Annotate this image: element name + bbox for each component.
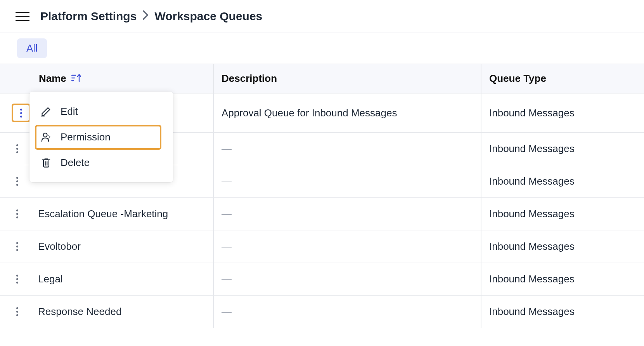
queue-description: Approval Queue for Inbound Messages [213, 93, 481, 133]
queue-description: — [213, 263, 481, 296]
queue-description: — [213, 133, 481, 165]
queue-name[interactable]: Evoltobor [38, 240, 81, 253]
row-actions-button[interactable] [12, 274, 23, 285]
queue-type: Inbound Messages [481, 198, 644, 230]
hamburger-menu-icon[interactable] [16, 9, 29, 23]
row-context-menu: Edit Permission Delete [29, 92, 173, 182]
trash-icon [40, 156, 53, 169]
column-header-name[interactable]: Name [0, 64, 213, 93]
queue-type: Inbound Messages [481, 296, 644, 328]
row-actions-highlight [12, 104, 30, 122]
queue-name[interactable]: Response Needed [38, 306, 121, 318]
queue-name[interactable]: Escalation Queue -Marketing [38, 208, 168, 220]
queue-type: Inbound Messages [481, 165, 644, 198]
menu-item-label: Delete [61, 157, 90, 169]
row-actions-button[interactable] [12, 144, 23, 154]
row-actions-button[interactable] [12, 241, 23, 252]
chevron-right-icon [142, 10, 149, 23]
queue-type: Inbound Messages [481, 133, 644, 165]
queue-type: Inbound Messages [481, 230, 644, 263]
breadcrumb: Platform Settings Workspace Queues [40, 10, 262, 23]
row-actions-button[interactable] [12, 176, 23, 187]
queue-description: — [213, 165, 481, 198]
user-icon [40, 130, 53, 144]
menu-item-label: Permission [61, 131, 111, 143]
column-header-description[interactable]: Description [213, 64, 481, 93]
menu-item-label: Edit [61, 106, 78, 118]
row-actions-button[interactable] [16, 107, 26, 118]
table-row: Legal — Inbound Messages [0, 263, 644, 296]
filter-tabs: All [0, 33, 644, 64]
breadcrumb-current: Workspace Queues [154, 10, 262, 23]
svg-point-4 [43, 133, 47, 137]
queue-description: — [213, 296, 481, 328]
tab-all[interactable]: All [17, 38, 47, 58]
row-actions-button[interactable] [12, 306, 23, 317]
queue-type: Inbound Messages [481, 263, 644, 296]
queue-description: — [213, 230, 481, 263]
table-row: Response Needed — Inbound Messages [0, 296, 644, 328]
row-actions-button[interactable] [12, 209, 23, 220]
column-header-queue-type[interactable]: Queue Type [481, 64, 644, 93]
table-row: Escalation Queue -Marketing — Inbound Me… [0, 198, 644, 230]
breadcrumb-root[interactable]: Platform Settings [40, 10, 137, 23]
menu-item-permission[interactable]: Permission [29, 124, 173, 150]
table-row: Evoltobor — Inbound Messages [0, 230, 644, 263]
sort-ascending-icon[interactable] [71, 74, 81, 84]
column-header-name-label: Name [39, 73, 66, 84]
queue-description: — [213, 198, 481, 230]
queue-type: Inbound Messages [481, 93, 644, 133]
menu-item-edit[interactable]: Edit [29, 99, 173, 124]
menu-item-delete[interactable]: Delete [29, 150, 173, 175]
page-header: Platform Settings Workspace Queues [0, 0, 644, 33]
pencil-icon [40, 105, 53, 118]
queue-name[interactable]: Legal [38, 273, 63, 285]
